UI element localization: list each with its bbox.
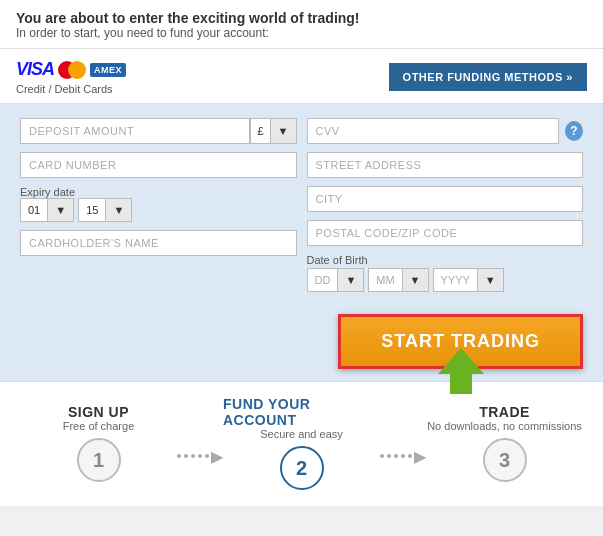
step-signup: SIGN UP Free of charge 1 (20, 404, 177, 482)
cvv-help-icon[interactable]: ? (565, 121, 583, 141)
currency-symbol: £ (250, 118, 269, 144)
amex-logo: AMEX (90, 63, 126, 77)
deposit-row: £ ▼ (20, 118, 297, 144)
dot (198, 454, 202, 458)
arrow-right-icon: ▶ (211, 447, 223, 466)
step-trade-desc: No downloads, no commissions (427, 420, 582, 432)
subtitle-text: In order to start, you need to fund your… (16, 26, 587, 40)
step-fund: FUND YOUR ACCOUNT Secure and easy 2 (223, 396, 380, 490)
cvv-row: ? (307, 118, 584, 144)
expiry-year-arrow[interactable]: ▼ (105, 198, 132, 222)
arrow-container (436, 346, 486, 399)
step-fund-circle: 2 (280, 446, 324, 490)
expiry-year-value: 15 (78, 198, 105, 222)
dob-mm-value: MM (368, 268, 401, 292)
expiry-month-select[interactable]: 01 ▼ (20, 198, 74, 222)
steps-row: SIGN UP Free of charge 1 ▶ FUND YOUR ACC… (20, 396, 583, 490)
dob-mm-select[interactable]: MM ▼ (368, 268, 428, 292)
step-trade-title: TRADE (479, 404, 530, 420)
city-input[interactable] (307, 186, 584, 212)
cvv-input[interactable] (307, 118, 559, 144)
card-label: Credit / Debit Cards (16, 83, 126, 95)
step-fund-desc: Secure and easy (260, 428, 343, 440)
connector-1: ▶ (177, 447, 223, 466)
dob-mm-arrow[interactable]: ▼ (402, 268, 429, 292)
step-fund-title: FUND YOUR ACCOUNT (223, 396, 380, 428)
dob-container: Date of Birth DD ▼ MM ▼ YYYY ▼ (307, 254, 584, 292)
card-number-input[interactable] (20, 152, 297, 178)
cardholder-name-input[interactable] (20, 230, 297, 256)
dob-dd-select[interactable]: DD ▼ (307, 268, 365, 292)
mastercard-logo (58, 61, 86, 79)
expiry-row: 01 ▼ 15 ▼ (20, 198, 297, 222)
dot (394, 454, 398, 458)
dot (205, 454, 209, 458)
start-trading-wrapper: START TRADING (338, 314, 583, 369)
svg-marker-0 (438, 348, 484, 394)
form-grid: £ ▼ Expiry date 01 ▼ 15 ▼ (20, 118, 583, 292)
step-signup-circle: 1 (77, 438, 121, 482)
dot (380, 454, 384, 458)
connector-2: ▶ (380, 447, 426, 466)
dob-yyyy-arrow[interactable]: ▼ (477, 268, 504, 292)
expiry-container: Expiry date 01 ▼ 15 ▼ (20, 186, 297, 222)
street-address-input[interactable] (307, 152, 584, 178)
dob-dd-value: DD (307, 268, 338, 292)
dot-line-1 (177, 454, 209, 458)
visa-logo: VISA (16, 59, 54, 80)
dob-label: Date of Birth (307, 254, 584, 266)
expiry-year-select[interactable]: 15 ▼ (78, 198, 132, 222)
green-arrow-icon (436, 346, 486, 396)
dob-yyyy-select[interactable]: YYYY ▼ (433, 268, 504, 292)
dob-dd-arrow[interactable]: ▼ (337, 268, 364, 292)
start-trading-section: START TRADING (0, 302, 603, 381)
step-signup-desc: Free of charge (63, 420, 135, 432)
card-section: VISA AMEX Credit / Debit Cards OTHER FUN… (0, 49, 603, 104)
steps-section: SIGN UP Free of charge 1 ▶ FUND YOUR ACC… (0, 381, 603, 506)
expiry-month-arrow[interactable]: ▼ (47, 198, 74, 222)
dot (184, 454, 188, 458)
form-right: ? Date of Birth DD ▼ MM ▼ (307, 118, 584, 292)
dot (401, 454, 405, 458)
dot (408, 454, 412, 458)
top-banner: You are about to enter the exciting worl… (0, 0, 603, 49)
mc-right-circle (68, 61, 86, 79)
deposit-amount-input[interactable] (20, 118, 250, 144)
step-signup-title: SIGN UP (68, 404, 129, 420)
step-trade-circle: 3 (483, 438, 527, 482)
expiry-month-value: 01 (20, 198, 47, 222)
step-trade: TRADE No downloads, no commissions 3 (426, 404, 583, 482)
other-funding-button[interactable]: OTHER FUNDING METHODS » (389, 63, 587, 91)
arrow-right-icon-2: ▶ (414, 447, 426, 466)
card-logos: VISA AMEX (16, 59, 126, 80)
card-logos-group: VISA AMEX Credit / Debit Cards (16, 59, 126, 95)
dob-yyyy-value: YYYY (433, 268, 477, 292)
dot-line-2 (380, 454, 412, 458)
dot (177, 454, 181, 458)
form-left: £ ▼ Expiry date 01 ▼ 15 ▼ (20, 118, 297, 292)
form-area: £ ▼ Expiry date 01 ▼ 15 ▼ (0, 104, 603, 302)
expiry-label: Expiry date (20, 186, 297, 198)
dot (387, 454, 391, 458)
dob-row: DD ▼ MM ▼ YYYY ▼ (307, 268, 584, 292)
exciting-text: You are about to enter the exciting worl… (16, 10, 587, 26)
currency-dropdown[interactable]: ▼ (270, 118, 297, 144)
postal-code-input[interactable] (307, 220, 584, 246)
dot (191, 454, 195, 458)
